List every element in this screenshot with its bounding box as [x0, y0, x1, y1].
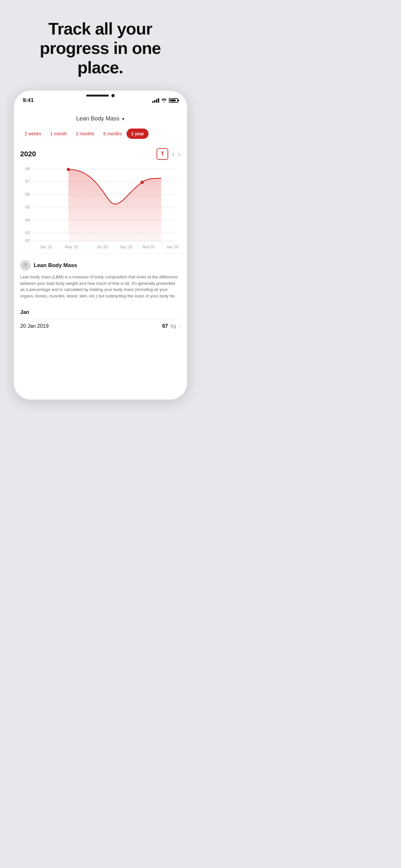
- filter-1month[interactable]: 1 month: [46, 128, 71, 139]
- filter-1year[interactable]: 1 year: [127, 128, 149, 139]
- prev-arrow-icon[interactable]: ‹: [172, 151, 174, 158]
- info-section: Lean Body Mass Lean body mass (LBM) is a…: [14, 253, 187, 304]
- notch-dot: [112, 94, 115, 97]
- filter-6months[interactable]: 6 months: [99, 128, 127, 139]
- status-bar: 9:41: [14, 91, 187, 110]
- log-month-label: Jan: [20, 309, 181, 315]
- lean-body-mass-icon: [20, 260, 31, 271]
- info-header: Lean Body Mass: [20, 260, 181, 271]
- app-content: Lean Body Mass ▾ 2 weeks 1 month 3 month…: [14, 110, 187, 339]
- log-value-row: 67 kg ›: [162, 323, 180, 329]
- info-description: Lean body mass (LBM) is a measure of bod…: [20, 274, 181, 299]
- svg-text:68: 68: [25, 166, 30, 171]
- dropdown-chevron-icon[interactable]: ▾: [122, 116, 124, 121]
- svg-text:62: 62: [25, 238, 30, 243]
- app-header: Lean Body Mass ▾: [14, 110, 187, 126]
- metric-title: Lean Body Mass: [76, 115, 120, 122]
- chart-header: 2020 T ‹ ›: [14, 143, 187, 162]
- svg-text:May '20: May '20: [65, 245, 79, 249]
- next-arrow-icon[interactable]: ›: [178, 151, 181, 158]
- log-date: 20 Jan 2019: [20, 323, 49, 329]
- svg-text:Nov'20: Nov'20: [143, 245, 154, 249]
- filter-3months[interactable]: 3 months: [71, 128, 99, 139]
- chart-dot-end: [140, 181, 143, 184]
- signal-icon: [152, 98, 159, 103]
- wifi-icon: [161, 98, 167, 103]
- svg-text:Jul '20: Jul '20: [96, 245, 107, 249]
- filter-2weeks[interactable]: 2 weeks: [20, 128, 46, 139]
- notch-bar: [86, 95, 109, 97]
- chart-area-fill: [68, 169, 161, 242]
- chart-dot-start: [66, 168, 70, 171]
- status-icons: [152, 98, 178, 103]
- log-unit: kg: [171, 323, 176, 329]
- svg-text:63: 63: [25, 230, 30, 236]
- time-filter-bar: 2 weeks 1 month 3 months 6 months 1 year: [14, 126, 187, 143]
- svg-text:66: 66: [25, 192, 30, 197]
- chart-svg: 68 67 66 65 64 63 62: [20, 162, 181, 252]
- info-title: Lean Body Mass: [34, 262, 77, 269]
- chart-year-label: 2020: [20, 150, 36, 158]
- battery-icon: [169, 98, 178, 103]
- log-item[interactable]: 20 Jan 2019 67 kg ›: [20, 319, 181, 333]
- svg-text:Sep '20: Sep '20: [120, 245, 132, 249]
- log-section: Jan 20 Jan 2019 67 kg ›: [14, 304, 187, 333]
- svg-text:65: 65: [25, 205, 30, 210]
- log-value: 67: [162, 323, 168, 329]
- t-button[interactable]: T: [157, 148, 168, 160]
- chart-area: 68 67 66 65 64 63 62: [14, 162, 187, 253]
- hero-title: Track all your progress in one place.: [0, 0, 201, 90]
- status-time: 9:41: [23, 97, 34, 104]
- svg-text:Jan '20: Jan '20: [40, 245, 52, 249]
- svg-text:64: 64: [25, 218, 30, 222]
- chart-controls: T ‹ ›: [157, 148, 180, 160]
- log-chevron-icon: ›: [179, 323, 180, 329]
- svg-text:Jan '20: Jan '20: [166, 245, 179, 249]
- phone-frame: 9:41 Lean Body Mass: [13, 90, 188, 400]
- notch: [78, 91, 123, 100]
- svg-text:67: 67: [25, 179, 30, 184]
